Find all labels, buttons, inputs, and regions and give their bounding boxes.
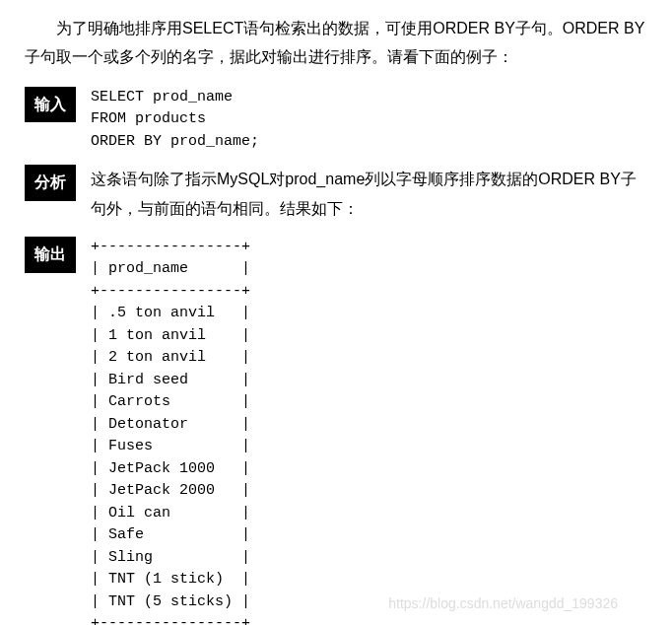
input-label: 输入 — [25, 87, 76, 123]
input-section: 输入 SELECT prod_name FROM products ORDER … — [25, 87, 647, 154]
analysis-text: 这条语句除了指示MySQL对prod_name列以字母顺序排序数据的ORDER … — [91, 165, 647, 225]
output-section: 输出 +----------------+ | prod_name | +---… — [25, 237, 647, 625]
intro-paragraph: 为了明确地排序用SELECT语句检索出的数据，可使用ORDER BY子句。ORD… — [25, 15, 647, 72]
analysis-section: 分析 这条语句除了指示MySQL对prod_name列以字母顺序排序数据的ORD… — [25, 165, 647, 225]
analysis-label: 分析 — [25, 165, 76, 201]
watermark: https://blog.csdn.net/wangdd_199326 — [388, 591, 618, 616]
output-table: +----------------+ | prod_name | +------… — [91, 237, 647, 625]
output-label: 输出 — [25, 237, 76, 273]
code-block: SELECT prod_name FROM products ORDER BY … — [91, 87, 647, 154]
